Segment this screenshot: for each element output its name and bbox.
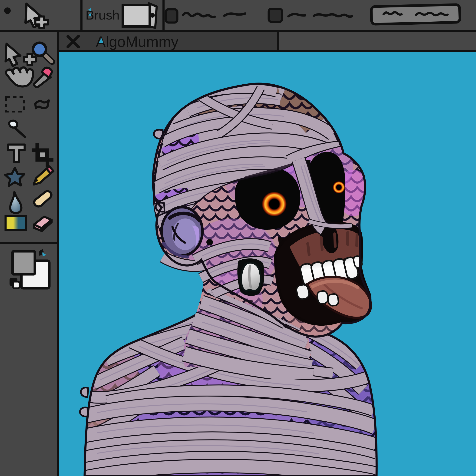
svg-text:AlgoMummy: AlgoMummy — [96, 34, 178, 50]
